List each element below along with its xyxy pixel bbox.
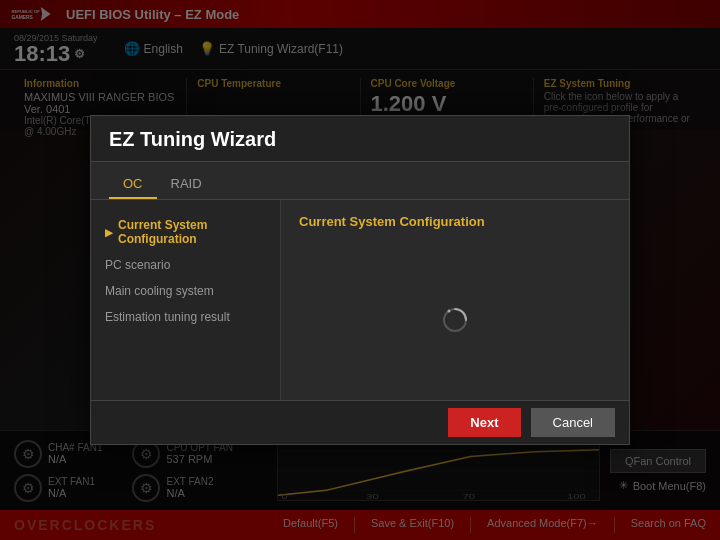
sidebar-item-pc-scenario[interactable]: PC scenario xyxy=(91,252,280,278)
wizard-title-bar: EZ Tuning Wizard xyxy=(91,116,629,162)
ez-tuning-wizard-dialog: EZ Tuning Wizard OC RAID ▶ Current Syste… xyxy=(90,115,630,445)
arrow-icon: ▶ xyxy=(105,227,113,238)
tab-raid[interactable]: RAID xyxy=(157,170,216,199)
wizard-title: EZ Tuning Wizard xyxy=(109,128,276,150)
wizard-footer: Next Cancel xyxy=(91,400,629,444)
wizard-tabs: OC RAID xyxy=(91,162,629,200)
tab-oc[interactable]: OC xyxy=(109,170,157,199)
cancel-button[interactable]: Cancel xyxy=(531,408,615,437)
sidebar-item-cooling[interactable]: Main cooling system xyxy=(91,278,280,304)
wizard-content-title: Current System Configuration xyxy=(299,214,611,229)
svg-point-5 xyxy=(448,310,451,313)
loading-spinner xyxy=(441,306,469,334)
sidebar-item-current-config[interactable]: ▶ Current System Configuration xyxy=(91,212,280,252)
sidebar-item-tuning-result[interactable]: Estimation tuning result xyxy=(91,304,280,330)
next-button[interactable]: Next xyxy=(448,408,520,437)
